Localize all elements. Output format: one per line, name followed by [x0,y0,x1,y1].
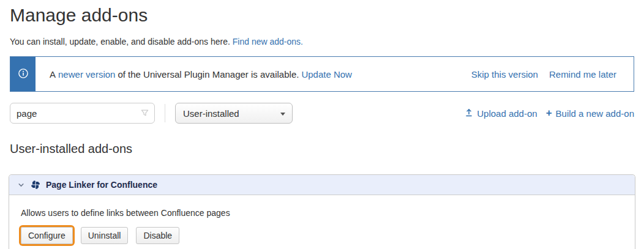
addon-panel-body: Allows users to define links between Con… [9,195,635,249]
section-heading: User-installed add-ons [10,141,634,156]
build-new-addon-link[interactable]: + Build a new add-on [546,108,634,119]
upload-addon-label: Upload add-on [477,108,537,119]
upload-addon-link[interactable]: Upload add-on [465,108,537,119]
configure-button[interactable]: Configure [21,227,73,244]
addon-action-buttons: Configure Uninstall Disable [21,227,624,244]
remind-me-later-link[interactable]: Remind me later [549,69,616,80]
chevron-down-icon[interactable] [18,182,24,188]
addon-category-dropdown[interactable]: User-installed [175,103,293,124]
skip-this-version-link[interactable]: Skip this version [471,69,538,80]
page-title: Manage add-ons [10,4,634,26]
banner-actions: Skip this version Remind me later [471,57,634,91]
search-field-wrap [10,103,155,124]
banner-icon-block [10,57,36,91]
caret-down-icon [280,113,285,116]
filter-funnel-icon [140,108,149,119]
manage-addons-page: Manage add-ons You can install, update, … [0,4,644,249]
disable-button[interactable]: Disable [136,227,179,244]
banner-text-suffix: of the Universal Plugin Manager is avail… [118,69,299,80]
plus-icon: + [546,109,552,117]
upload-arrow-icon [465,108,473,119]
intro-static-text: You can install, update, enable, and dis… [10,37,230,46]
addon-panel-header[interactable]: Page Linker for Confluence [9,175,635,195]
update-now-link[interactable]: Update Now [301,69,352,80]
puzzle-plugin-icon [31,180,40,190]
find-new-addons-link[interactable]: Find new add-ons. [233,37,303,46]
build-addon-label: Build a new add-on [556,108,634,119]
banner-message: A newer version of the Universal Plugin … [36,57,471,91]
intro-text: You can install, update, enable, and dis… [10,35,634,48]
uninstall-button[interactable]: Uninstall [81,227,129,244]
addon-panel: Page Linker for Confluence Allows users … [9,174,635,249]
update-banner: A newer version of the Universal Plugin … [10,56,634,92]
addon-search-input[interactable] [10,103,155,124]
toolbar-links: Upload add-on + Build a new add-on [465,108,634,119]
newer-version-link[interactable]: newer version [58,69,115,80]
banner-text-prefix: A [50,69,56,80]
info-circle-icon [18,68,29,81]
addon-name: Page Linker for Confluence [46,180,157,190]
addon-description: Allows users to define links between Con… [21,207,624,219]
toolbar-divider [165,104,165,122]
filter-toolbar: User-installed Upload add-on + Build a n… [10,103,634,124]
dropdown-selected-value: User-installed [183,108,239,119]
